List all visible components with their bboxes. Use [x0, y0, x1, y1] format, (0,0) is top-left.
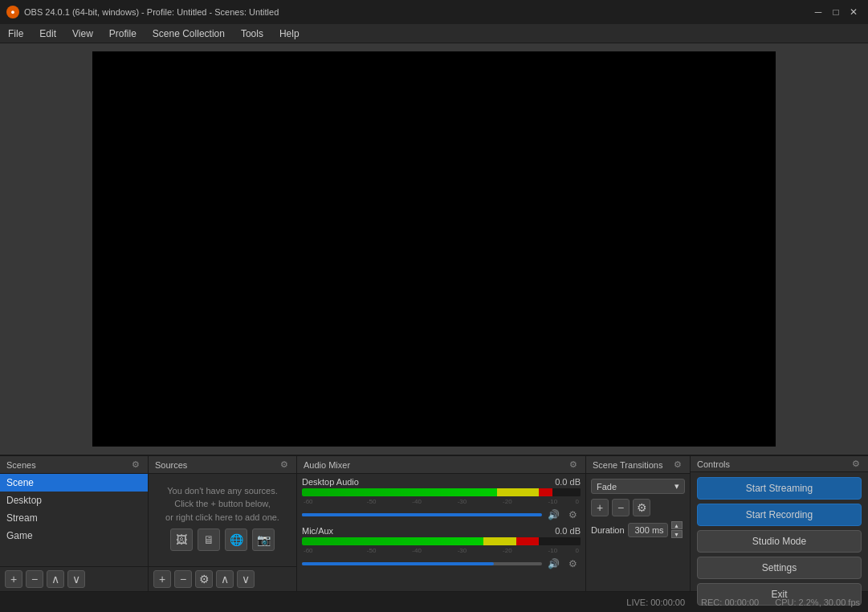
channel-desktop-settings-button[interactable]: ⚙ [564, 507, 581, 523]
duration-input[interactable] [628, 523, 668, 537]
channel-mic-db: 0.0 dB [555, 526, 581, 536]
transition-type-label: Fade [597, 482, 617, 492]
menu-profile[interactable]: Profile [101, 26, 145, 42]
chevron-down-icon: ▾ [674, 481, 679, 492]
scene-item-game[interactable]: Game [0, 527, 148, 545]
sources-footer: + − ⚙ ∧ ∨ [149, 566, 296, 591]
transition-remove-button[interactable]: − [612, 499, 630, 516]
scenes-remove-button[interactable]: − [26, 570, 43, 588]
app-icon: ● [6, 6, 19, 18]
transitions-configure-icon[interactable]: ⚙ [672, 459, 683, 470]
scenes-configure-icon[interactable]: ⚙ [130, 459, 141, 470]
scenes-panel-title: Scenes [6, 460, 36, 470]
scenes-list: Scene Desktop Stream Game [0, 474, 148, 566]
channel-desktop-mute-button[interactable]: 🔊 [545, 507, 561, 523]
source-icon-globe: 🌐 [225, 528, 247, 551]
sources-content[interactable]: You don't have any sources.Click the + b… [149, 474, 296, 566]
duration-down-button[interactable]: ▼ [671, 530, 683, 538]
channel-desktop-controls: 🔊 ⚙ [302, 507, 581, 523]
channel-desktop-db: 0.0 dB [555, 477, 581, 487]
channel-desktop-meter [302, 488, 581, 496]
scenes-footer: + − ∧ ∨ [0, 566, 148, 591]
source-icon-image: 🖼 [170, 528, 193, 551]
start-recording-button[interactable]: Start Recording [697, 504, 862, 526]
transition-select-row: Fade ▾ [591, 479, 685, 494]
transitions-content: Fade ▾ + − ⚙ Duration ▲ ▼ [586, 474, 690, 591]
preview-screen [92, 51, 776, 447]
scene-transitions-panel: Scene Transitions ⚙ Fade ▾ + − ⚙ Duratio… [586, 456, 691, 591]
sources-configure-icon[interactable]: ⚙ [279, 459, 290, 470]
scenes-panel: Scenes ⚙ Scene Desktop Stream Game + − ∧… [0, 456, 149, 591]
channel-mic-mute-button[interactable]: 🔊 [545, 556, 561, 572]
duration-spinner: ▲ ▼ [671, 521, 683, 538]
audio-channel-desktop: Desktop Audio 0.0 dB -60 -50 -40 -30 [302, 477, 581, 523]
sources-down-button[interactable]: ∨ [237, 570, 255, 588]
channel-desktop-header: Desktop Audio 0.0 dB [302, 477, 581, 487]
scene-item-scene[interactable]: Scene [0, 474, 148, 492]
duration-label: Duration [591, 525, 625, 535]
rec-status: REC: 00:00:00 [701, 598, 759, 607]
channel-mic-settings-button[interactable]: ⚙ [564, 556, 581, 572]
menu-help[interactable]: Help [271, 26, 308, 42]
sources-up-button[interactable]: ∧ [216, 570, 234, 588]
scenes-add-button[interactable]: + [5, 570, 22, 588]
sources-panel-header: Sources ⚙ [149, 456, 296, 474]
menu-view[interactable]: View [64, 26, 101, 42]
source-icon-monitor: 🖥 [198, 528, 220, 551]
audio-channels: Desktop Audio 0.0 dB -60 -50 -40 -30 [297, 474, 585, 591]
scenes-up-button[interactable]: ∧ [47, 570, 64, 588]
duration-up-button[interactable]: ▲ [671, 521, 683, 529]
channel-mic-label: Mic/Aux [302, 526, 333, 536]
controls-panel: Controls ⚙ Start Streaming Start Recordi… [691, 456, 868, 591]
sources-icon-bar: 🖼 🖥 🌐 📷 [165, 524, 279, 556]
start-streaming-button[interactable]: Start Streaming [697, 477, 862, 500]
sources-panel: Sources ⚙ You don't have any sources.Cli… [149, 456, 297, 591]
bottom-panels: Scenes ⚙ Scene Desktop Stream Game + − ∧… [0, 455, 868, 591]
main-area [0, 43, 868, 455]
transitions-title: Scene Transitions [593, 460, 662, 470]
menu-tools[interactable]: Tools [233, 26, 271, 42]
channel-mic-controls: 🔊 ⚙ [302, 556, 581, 572]
cpu-status: CPU: 2.2%, 30.00 fps [775, 598, 860, 607]
sources-add-button[interactable]: + [153, 570, 171, 588]
settings-button[interactable]: Settings [697, 557, 862, 579]
audio-mixer-panel: Audio Mixer ⚙ Desktop Audio 0.0 dB [297, 456, 586, 591]
channel-desktop-label: Desktop Audio [302, 477, 359, 487]
menubar: File Edit View Profile Scene Collection … [0, 24, 868, 43]
duration-row: Duration ▲ ▼ [591, 521, 685, 538]
close-button[interactable]: ✕ [846, 4, 862, 20]
titlebar: ● OBS 24.0.1 (64-bit, windows) - Profile… [0, 0, 868, 24]
channel-mic-meter [302, 537, 581, 545]
sources-settings-button[interactable]: ⚙ [195, 570, 213, 588]
titlebar-buttons: ─ □ ✕ [810, 4, 862, 20]
source-icon-camera: 📷 [252, 528, 275, 551]
controls-configure-icon[interactable]: ⚙ [850, 459, 862, 469]
scene-item-stream[interactable]: Stream [0, 509, 148, 527]
titlebar-title: OBS 24.0.1 (64-bit, windows) - Profile: … [24, 7, 805, 17]
maximize-button[interactable]: □ [828, 4, 844, 20]
scene-item-desktop[interactable]: Desktop [0, 492, 148, 509]
minimize-button[interactable]: ─ [810, 4, 826, 20]
channel-mic-header: Mic/Aux 0.0 dB [302, 526, 581, 536]
transition-add-button[interactable]: + [591, 499, 609, 516]
scenes-panel-header: Scenes ⚙ [0, 456, 148, 474]
live-status: LIVE: 00:00:00 [626, 598, 685, 607]
menu-edit[interactable]: Edit [31, 26, 64, 42]
sources-hint: You don't have any sources.Click the + b… [165, 484, 279, 524]
transition-settings-button[interactable]: ⚙ [633, 499, 650, 516]
menu-file[interactable]: File [0, 26, 31, 42]
audio-mixer-header: Audio Mixer ⚙ [297, 456, 585, 474]
audio-channel-mic: Mic/Aux 0.0 dB -60 -50 -40 -30 [302, 526, 581, 572]
scenes-down-button[interactable]: ∨ [67, 570, 85, 588]
transitions-header: Scene Transitions ⚙ [586, 456, 690, 474]
sources-panel-title: Sources [155, 460, 187, 470]
studio-mode-button[interactable]: Studio Mode [697, 530, 862, 553]
transition-actions: + − ⚙ [591, 499, 685, 516]
controls-buttons: Start Streaming Start Recording Studio M… [691, 472, 868, 610]
audio-mixer-title: Audio Mixer [304, 460, 350, 470]
sources-remove-button[interactable]: − [174, 570, 192, 588]
transition-type-select[interactable]: Fade ▾ [591, 479, 685, 494]
menu-scene-collection[interactable]: Scene Collection [145, 26, 233, 42]
audio-mixer-configure-icon[interactable]: ⚙ [568, 459, 579, 470]
controls-title: Controls [697, 459, 730, 469]
